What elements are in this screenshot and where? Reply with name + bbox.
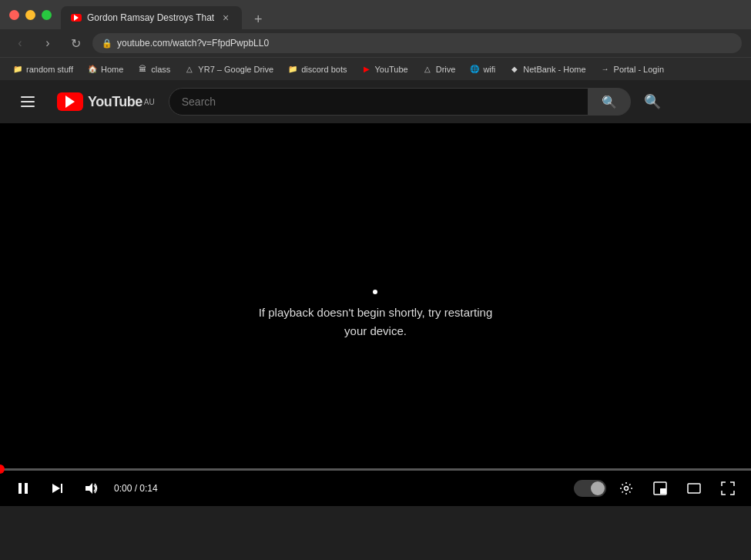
url-text: youtube.com/watch?v=FfpdPwpbLL0 bbox=[117, 38, 269, 49]
youtube-header: YouTubeAU 🔍 🔍 bbox=[0, 80, 751, 123]
bookmark-label: Portal - Login bbox=[614, 65, 664, 74]
search-icon-standalone: 🔍 bbox=[644, 93, 661, 110]
youtube-logo[interactable]: YouTubeAU bbox=[57, 92, 155, 111]
bookmark-label: class bbox=[151, 65, 170, 74]
maximize-button[interactable] bbox=[42, 10, 52, 20]
miniplayer-button[interactable] bbox=[646, 474, 674, 502]
browser-chrome: Gordon Ramsay Destroys That × + ‹ › ↻ 🔒 … bbox=[0, 0, 751, 80]
youtube-bm-icon: ▶ bbox=[361, 64, 372, 75]
active-tab[interactable]: Gordon Ramsay Destroys That × bbox=[61, 6, 242, 29]
bookmark-youtube[interactable]: ▶ YouTube bbox=[355, 62, 414, 76]
bookmark-label: NetBank - Home bbox=[523, 65, 585, 74]
svg-rect-3 bbox=[61, 484, 62, 493]
settings-icon bbox=[619, 481, 633, 495]
youtube-logo-icon bbox=[57, 92, 83, 111]
volume-button[interactable] bbox=[77, 474, 105, 502]
search-wrapper: 🔍 bbox=[169, 88, 631, 116]
bookmark-label: Drive bbox=[436, 65, 456, 74]
theatre-icon bbox=[687, 481, 701, 495]
pause-icon bbox=[16, 481, 30, 495]
search-standalone-button[interactable]: 🔍 bbox=[637, 86, 668, 117]
youtube-logo-au: AU bbox=[144, 98, 155, 106]
skip-next-icon bbox=[50, 481, 64, 495]
url-bar[interactable]: 🔒 youtube.com/watch?v=FfpdPwpbLL0 bbox=[92, 33, 742, 53]
netbank-icon: ◆ bbox=[509, 64, 520, 75]
time-display: 0:00 / 0:14 bbox=[114, 483, 158, 494]
wifi-icon: 🌐 bbox=[469, 64, 480, 75]
player-controls: 0:00 / 0:14 bbox=[0, 471, 751, 506]
bookmark-random-stuff[interactable]: 📁 random stuff bbox=[6, 62, 79, 76]
fullscreen-icon bbox=[721, 481, 735, 495]
svg-point-5 bbox=[625, 487, 629, 491]
svg-marker-2 bbox=[52, 484, 60, 493]
close-button[interactable] bbox=[9, 10, 19, 20]
hamburger-line-3 bbox=[21, 106, 35, 107]
new-tab-button[interactable]: + bbox=[248, 9, 268, 29]
miniplayer-icon bbox=[653, 481, 667, 495]
bookmark-class[interactable]: 🏛 class bbox=[131, 62, 176, 76]
tab-favicon bbox=[70, 12, 82, 24]
bookmark-label: random stuff bbox=[26, 65, 73, 74]
svg-rect-8 bbox=[688, 484, 700, 493]
tab-close-button[interactable]: × bbox=[219, 11, 233, 25]
address-bar: ‹ › ↻ 🔒 youtube.com/watch?v=FfpdPwpbLL0 bbox=[0, 29, 751, 57]
svg-rect-7 bbox=[660, 488, 666, 494]
portal-icon: → bbox=[600, 64, 611, 75]
folder-icon: 📁 bbox=[287, 64, 298, 75]
playback-message: If playback doesn't begin shortly, try r… bbox=[259, 290, 493, 340]
pause-button[interactable] bbox=[9, 474, 37, 502]
folder-icon: 📁 bbox=[12, 64, 23, 75]
hamburger-line-2 bbox=[21, 101, 35, 102]
tabs-area: Gordon Ramsay Destroys That × + bbox=[61, 0, 742, 29]
message-line-2: your device. bbox=[259, 322, 493, 340]
title-bar: Gordon Ramsay Destroys That × + bbox=[0, 0, 751, 29]
lock-icon: 🔒 bbox=[102, 39, 112, 49]
drive-triangle-icon: △ bbox=[184, 64, 195, 75]
refresh-button[interactable]: ↻ bbox=[65, 32, 86, 54]
search-button[interactable]: 🔍 bbox=[588, 88, 630, 116]
bookmark-label: Home bbox=[101, 65, 123, 74]
message-line-1: If playback doesn't begin shortly, try r… bbox=[259, 303, 493, 322]
youtube-favicon-icon bbox=[71, 14, 82, 22]
toggle-knob bbox=[591, 481, 605, 495]
bookmark-label: wifi bbox=[483, 65, 495, 74]
class-icon: 🏛 bbox=[137, 64, 148, 75]
bookmark-label: YR7 – Google Drive bbox=[198, 65, 273, 74]
bookmark-portal[interactable]: → Portal - Login bbox=[594, 62, 670, 76]
hamburger-menu-button[interactable] bbox=[12, 86, 43, 117]
search-input[interactable] bbox=[169, 88, 589, 116]
search-icon: 🔍 bbox=[602, 95, 617, 109]
bookmark-label: discord bots bbox=[301, 65, 347, 74]
bookmark-home[interactable]: 🏠 Home bbox=[81, 62, 129, 76]
volume-icon bbox=[84, 481, 98, 495]
hamburger-line-1 bbox=[21, 96, 35, 98]
bookmarks-bar: 📁 random stuff 🏠 Home 🏛 class △ YR7 – Go… bbox=[0, 57, 751, 80]
home-icon: 🏠 bbox=[87, 64, 98, 75]
minimize-button[interactable] bbox=[25, 10, 35, 20]
drive-icon: △ bbox=[422, 64, 433, 75]
bookmark-wifi[interactable]: 🌐 wifi bbox=[463, 62, 501, 76]
bookmark-discord-bots[interactable]: 📁 discord bots bbox=[281, 62, 353, 76]
svg-marker-4 bbox=[85, 483, 92, 494]
tab-title: Gordon Ramsay Destroys That bbox=[87, 12, 214, 23]
bookmark-yr7-drive[interactable]: △ YR7 – Google Drive bbox=[178, 62, 280, 76]
bookmark-drive[interactable]: △ Drive bbox=[416, 62, 462, 76]
video-player[interactable]: If playback doesn't begin shortly, try r… bbox=[0, 123, 751, 506]
svg-rect-1 bbox=[25, 483, 28, 494]
autoplay-toggle[interactable] bbox=[574, 480, 606, 497]
loading-spinner bbox=[373, 290, 377, 294]
svg-rect-0 bbox=[18, 483, 22, 494]
fullscreen-button[interactable] bbox=[714, 474, 742, 502]
back-button[interactable]: ‹ bbox=[9, 32, 31, 54]
theatre-mode-button[interactable] bbox=[680, 474, 708, 502]
youtube-logo-text: YouTube bbox=[88, 94, 142, 110]
next-button[interactable] bbox=[43, 474, 71, 502]
bookmark-netbank[interactable]: ◆ NetBank - Home bbox=[503, 62, 592, 76]
settings-button[interactable] bbox=[612, 474, 640, 502]
bookmark-label: YouTube bbox=[375, 65, 408, 74]
forward-button[interactable]: › bbox=[37, 32, 59, 54]
window-buttons bbox=[9, 10, 52, 20]
